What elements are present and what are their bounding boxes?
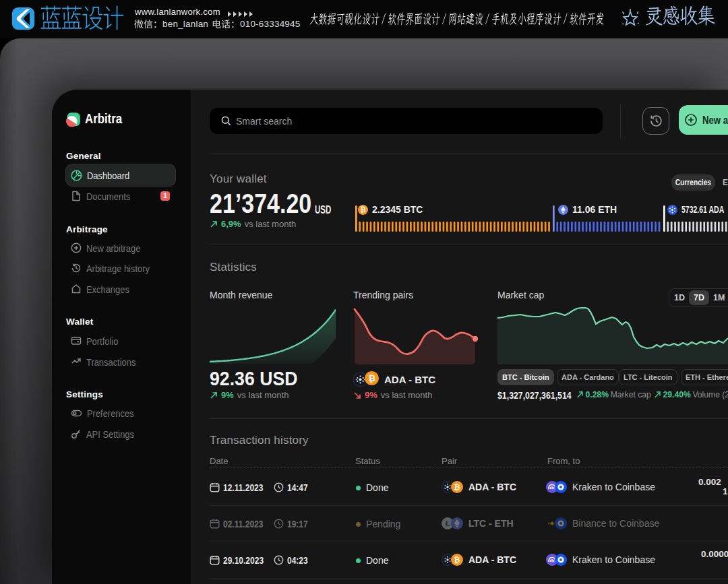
svg-text:₿: ₿ [360, 206, 365, 214]
svg-text:₿: ₿ [454, 483, 460, 491]
svg-text:Ł: Ł [446, 519, 450, 527]
svg-text:₿: ₿ [368, 373, 375, 383]
svg-text:₿: ₿ [454, 556, 460, 564]
